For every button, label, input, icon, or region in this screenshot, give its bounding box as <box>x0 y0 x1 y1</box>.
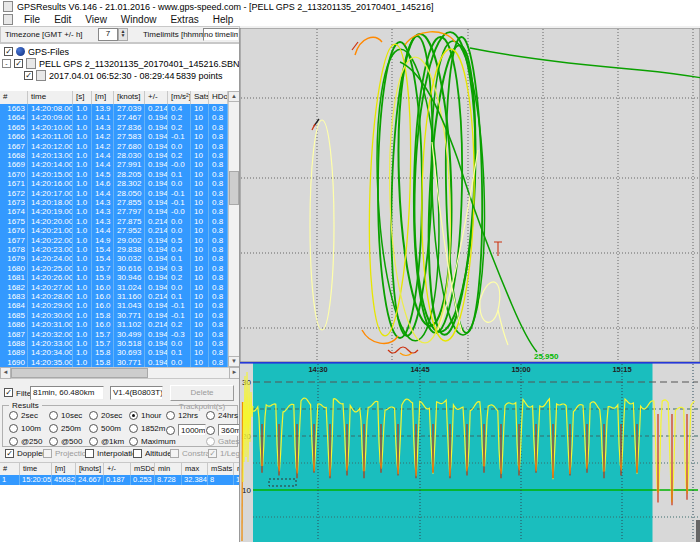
filters-checkbox[interactable]: ✓ <box>4 388 13 397</box>
table-row[interactable]: 168814:20:33.0001.015.730.5180.1940.0100… <box>0 339 228 348</box>
table-row[interactable]: 167214:20:17.0001.014.428.0500.194-0.110… <box>0 189 228 198</box>
radio[interactable] <box>129 411 138 420</box>
radio[interactable] <box>9 424 18 433</box>
table-row[interactable]: 166414:20:09.0001.014.127.4670.1940.2100… <box>0 113 228 122</box>
radio[interactable] <box>206 426 215 435</box>
result-option-10sec[interactable]: 10sec <box>49 411 82 420</box>
table-row[interactable]: 167614:20:21.0001.014.427.9520.2140.0100… <box>0 226 228 235</box>
result-option-1852m[interactable]: 1852m <box>129 424 165 433</box>
column-header[interactable]: [m/s²] <box>168 91 191 104</box>
timezone-input[interactable]: 7 <box>98 28 118 41</box>
column-header[interactable]: +/- <box>145 91 168 104</box>
column-header[interactable]: max <box>182 463 208 475</box>
column-header[interactable]: # <box>0 91 28 104</box>
table-row[interactable]: 166714:20:12.0001.014.227.6800.1940.0100… <box>0 142 228 151</box>
table-row[interactable]: 167814:20:23.0001.015.429.8380.1940.4100… <box>0 245 228 254</box>
table-row[interactable]: 168314:20:28.0001.016.031.1600.2140.1100… <box>0 292 228 301</box>
radio[interactable] <box>49 411 58 420</box>
table-row[interactable]: 168014:20:25.0001.015.730.6160.1940.3100… <box>0 264 228 273</box>
column-header[interactable]: time <box>28 91 73 104</box>
table-row[interactable]: 167314:20:18.0001.014.327.8550.194-0.110… <box>0 198 228 207</box>
column-header[interactable]: mSDoP <box>131 463 155 475</box>
result-option-24hrs[interactable]: 24hrs <box>206 411 238 420</box>
tree-item-gps-files[interactable]: ✓ GPS-Files <box>4 46 69 57</box>
menu-item-window[interactable]: Window <box>114 14 164 25</box>
option-Projection[interactable]: Projection <box>43 449 91 458</box>
checkbox[interactable] <box>133 449 142 458</box>
value-input[interactable]: 1000m <box>178 424 206 436</box>
result-option-250m[interactable]: 250m <box>49 424 81 433</box>
tree-item-file[interactable]: - ✓ PELL GPS 2_113201135_20170401_145216… <box>2 58 240 69</box>
radio[interactable] <box>9 437 18 446</box>
table-row[interactable]: 167114:20:16.0001.014.628.3020.1940.0100… <box>0 179 228 188</box>
checkbox[interactable] <box>170 449 179 458</box>
result-option-2sec[interactable]: 2sec <box>9 411 38 420</box>
speed-chart[interactable]: 30201014:3014:4515:0015:15 <box>240 362 700 542</box>
radio[interactable] <box>89 411 98 420</box>
radio[interactable] <box>49 437 58 446</box>
filter-version-field[interactable]: V1.4(B0803T) <box>110 386 163 400</box>
table-row[interactable]: 166514:20:10.0001.014.327.8360.1940.2100… <box>0 123 228 132</box>
checkbox[interactable]: ✓ <box>5 449 14 458</box>
result-option-1km[interactable]: @1km <box>89 437 124 446</box>
checkbox[interactable] <box>85 449 94 458</box>
column-header[interactable]: # <box>0 463 20 475</box>
column-header[interactable]: [m] <box>92 91 114 104</box>
result-option-500[interactable]: @500 <box>49 437 82 446</box>
menu-item-view[interactable]: View <box>78 14 114 25</box>
table-row[interactable]: 168114:20:26.0001.015.930.9460.1940.2100… <box>0 273 228 282</box>
table-row[interactable]: 167414:20:19.0001.014.327.7970.194-0.010… <box>0 207 228 216</box>
result-option-250[interactable]: @250 <box>9 437 42 446</box>
table-row[interactable]: 168514:20:30.0001.015.830.7710.194-0.110… <box>0 311 228 320</box>
checkbox[interactable]: ✓ <box>208 449 217 458</box>
menu-item-edit[interactable]: Edit <box>47 14 78 25</box>
column-header[interactable]: min <box>155 463 182 475</box>
checkbox[interactable]: ✓ <box>14 59 23 68</box>
result-option-12hrs[interactable]: 12hrs <box>166 411 198 420</box>
table-row[interactable]: 168414:20:29.0001.016.031.0430.194-0.110… <box>0 301 228 310</box>
timezone-spinner[interactable]: ▲ ▼ <box>118 28 128 41</box>
result-option-Gates[interactable]: Gates <box>206 437 239 446</box>
checkbox[interactable] <box>43 449 52 458</box>
table-row[interactable]: 167914:20:24.0001.015.430.0320.1940.1100… <box>0 254 228 263</box>
radio[interactable] <box>206 411 215 420</box>
column-header[interactable]: [knots] <box>114 91 145 104</box>
column-header[interactable]: [knots] <box>76 463 104 475</box>
table-row[interactable]: 166814:20:13.0001.014.428.0300.1940.2100… <box>0 151 228 160</box>
radio[interactable] <box>9 411 18 420</box>
scroll-left-icon[interactable]: ◄ <box>0 367 11 379</box>
column-header[interactable]: mSats <box>208 463 234 475</box>
option-1Leg[interactable]: ✓1/Leg <box>208 449 240 458</box>
menu-item-file[interactable]: File <box>17 14 47 25</box>
filter-range-field[interactable]: 81min, 60.480km <box>30 386 104 400</box>
result-option-Maximum[interactable]: Maximum <box>129 437 176 446</box>
tree-item-session[interactable]: ✓ 2017.04.01 06:52:30 - 08:29:44 5839 po… <box>24 70 175 81</box>
result-option-100m[interactable]: 100m <box>9 424 41 433</box>
hscroll-thumb[interactable] <box>11 368 148 378</box>
vscroll-thumb[interactable] <box>229 171 239 205</box>
result-option-1hour[interactable]: 1hour <box>129 411 161 420</box>
column-header[interactable]: +/- <box>104 463 131 475</box>
option-Doppler[interactable]: ✓Doppler <box>5 449 45 458</box>
radio[interactable] <box>89 437 98 446</box>
checkbox[interactable]: ✓ <box>4 47 13 56</box>
delete-trackpoints-button[interactable]: Delete Trackpoint(s) <box>170 385 234 401</box>
radio[interactable] <box>129 424 138 433</box>
result-option-20sec[interactable]: 20sec <box>89 411 122 420</box>
checkbox[interactable]: ✓ <box>24 71 33 80</box>
collapse-icon[interactable]: - <box>2 59 11 68</box>
table-row[interactable]: 166314:20:08.0001.013.927.0390.2140.4100… <box>0 104 228 113</box>
radio[interactable] <box>49 424 58 433</box>
gps-track-plot[interactable]: 25.950 <box>240 28 700 362</box>
radio[interactable] <box>166 411 175 420</box>
table-row[interactable]: 167514:20:20.0001.014.327.8750.2140.0100… <box>0 217 228 226</box>
resize-grip[interactable] <box>696 520 700 542</box>
column-header[interactable]: [m] <box>52 463 76 475</box>
option-Altitude[interactable]: Altitude <box>133 449 172 458</box>
column-header[interactable]: time <box>20 463 52 475</box>
radio[interactable] <box>89 424 98 433</box>
table-row[interactable]: 167014:20:15.0001.014.528.2050.1940.1100… <box>0 170 228 179</box>
table-row[interactable]: 166614:20:11.0001.014.227.5830.194-0.110… <box>0 132 228 141</box>
result-row[interactable]: 115:20:0545682.824.6670.1870.2538.72832.… <box>0 475 240 485</box>
menu-item-extras[interactable]: Extras <box>163 14 205 25</box>
